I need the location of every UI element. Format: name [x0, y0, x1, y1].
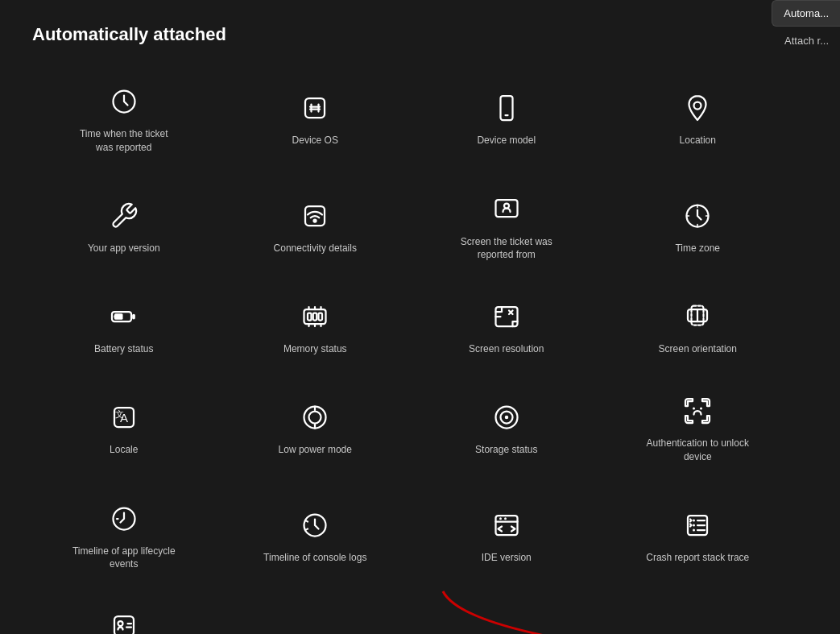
svg-point-42 — [499, 517, 502, 520]
page-title: Automatically attached — [32, 24, 808, 45]
permissions-icon — [106, 608, 142, 634]
item-device-os[interactable]: Device OS — [224, 69, 408, 169]
item-screen-resolution[interactable]: Screen resolution — [415, 284, 598, 371]
crash-icon — [680, 508, 715, 543]
svg-rect-19 — [308, 313, 312, 321]
item-low-power[interactable]: Low power mode — [224, 379, 408, 479]
label-crash-report: Crash report stack trace — [646, 551, 749, 565]
label-app-lifecycle: Timeline of app lifecycle events — [72, 545, 176, 572]
svg-rect-40 — [495, 516, 517, 535]
tab-attach[interactable]: Attach r... — [773, 28, 840, 53]
wrench-icon — [106, 198, 142, 234]
item-location[interactable]: Location — [606, 69, 790, 169]
tab-automatically-attached[interactable]: Automa... — [772, 0, 840, 27]
battery-icon — [106, 299, 142, 334]
svg-text:文: 文 — [114, 409, 123, 419]
label-location: Location — [680, 134, 716, 147]
label-locale: Locale — [110, 443, 138, 457]
svg-point-36 — [693, 407, 695, 409]
label-auth-unlock: Authentication to unlock device — [645, 437, 750, 464]
screen-user-icon — [489, 192, 524, 227]
face-id-icon — [680, 393, 715, 429]
item-device-model[interactable]: Device model — [415, 69, 598, 169]
clock-icon — [106, 84, 142, 119]
smartphone-icon — [489, 90, 524, 126]
label-device-model: Device model — [477, 134, 536, 147]
svg-point-8 — [694, 102, 701, 110]
svg-point-35 — [505, 416, 509, 420]
label-screen-reported: Screen the ticket was reported from — [454, 235, 559, 263]
ide-icon — [489, 508, 524, 543]
label-storage: Storage status — [475, 443, 537, 457]
label-app-version: Your app version — [88, 242, 160, 255]
svg-point-10 — [314, 219, 317, 222]
item-storage[interactable]: Storage status — [415, 379, 598, 479]
item-battery[interactable]: Battery status — [32, 284, 216, 371]
label-low-power: Low power mode — [279, 443, 352, 457]
item-app-lifecycle[interactable]: Timeline of app lifecycle events — [32, 487, 216, 586]
svg-point-30 — [309, 412, 321, 424]
label-screen-resolution: Screen resolution — [469, 342, 544, 356]
hash-icon — [297, 90, 333, 126]
svg-rect-17 — [114, 313, 123, 320]
item-crash-report[interactable]: Crash report stack trace — [606, 487, 790, 586]
location-icon — [680, 90, 715, 126]
storage-icon — [489, 400, 524, 435]
clock-globe-icon — [680, 198, 715, 234]
label-battery: Battery status — [94, 342, 153, 356]
label-connectivity: Connectivity details — [274, 242, 357, 255]
svg-point-37 — [700, 407, 702, 409]
item-permissions[interactable]: Granted permissions ¹ — [32, 594, 216, 634]
timeline-console-icon — [297, 508, 333, 543]
svg-rect-51 — [114, 616, 134, 634]
wifi-icon — [297, 198, 333, 234]
svg-rect-20 — [313, 313, 317, 321]
tabs-container: Automa... Attach r... — [772, 0, 840, 53]
memory-icon — [297, 299, 333, 334]
low-power-icon — [297, 400, 333, 435]
item-locale[interactable]: A 文 Locale — [32, 379, 216, 479]
item-time-zone[interactable]: Time zone — [606, 177, 790, 277]
label-ide-version: IDE version — [482, 551, 532, 565]
item-screen-reported[interactable]: Screen the ticket was reported from — [415, 177, 598, 277]
screen-res-icon — [489, 299, 524, 334]
svg-point-43 — [504, 517, 507, 520]
label-device-os: Device OS — [292, 134, 338, 147]
items-grid: Time when the ticket was reported Device… — [32, 69, 789, 634]
item-auth-unlock[interactable]: Authentication to unlock device — [606, 379, 790, 479]
item-app-version[interactable]: Your app version — [32, 177, 216, 277]
label-time-zone: Time zone — [675, 242, 720, 255]
svg-rect-21 — [319, 313, 323, 321]
svg-rect-1 — [305, 98, 325, 118]
label-time-reported: Time when the ticket was reported — [72, 127, 176, 155]
item-console-logs[interactable]: Timeline of console logs — [224, 487, 408, 586]
item-connectivity[interactable]: Connectivity details — [224, 177, 408, 277]
locale-icon: A 文 — [106, 400, 142, 435]
label-console-logs: Timeline of console logs — [263, 551, 366, 565]
item-screen-orientation[interactable]: Screen orientation — [606, 284, 790, 371]
svg-rect-6 — [500, 96, 512, 120]
svg-point-52 — [118, 621, 122, 626]
label-memory: Memory status — [283, 342, 347, 356]
label-screen-orientation: Screen orientation — [659, 342, 737, 356]
item-memory[interactable]: Memory status — [224, 284, 408, 371]
item-time-reported[interactable]: Time when the ticket was reported — [32, 69, 216, 169]
item-ide-version[interactable]: IDE version — [415, 487, 598, 586]
timeline-app-icon — [106, 501, 142, 537]
screen-orient-icon — [680, 299, 715, 334]
